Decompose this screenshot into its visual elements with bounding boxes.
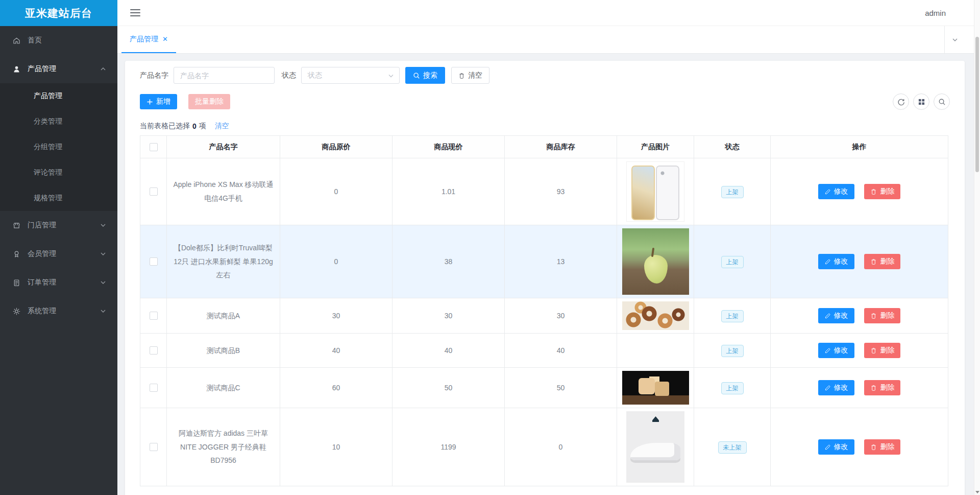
row-checkbox[interactable]: [150, 384, 158, 392]
pencil-icon: [824, 188, 831, 195]
sidebar-item-store-mgmt[interactable]: 门店管理: [0, 211, 117, 240]
row-checkbox[interactable]: [150, 443, 158, 451]
delete-button[interactable]: 删除: [864, 184, 900, 199]
grid-icon: [918, 99, 925, 105]
sidebar-subitem-spec-mgmt[interactable]: 规格管理: [0, 185, 117, 211]
row-checkbox[interactable]: [150, 187, 158, 196]
scrollbar-thumb[interactable]: [975, 37, 979, 172]
delete-button[interactable]: 删除: [864, 343, 900, 358]
tab-close-icon[interactable]: ✕: [162, 36, 168, 42]
trash-icon: [870, 312, 877, 319]
product-original-price: 0: [280, 225, 393, 298]
chevron-down-icon: [388, 73, 394, 79]
selection-clear-link[interactable]: 清空: [215, 122, 229, 131]
edit-button[interactable]: 修改: [818, 308, 854, 323]
search-icon: [938, 98, 946, 106]
sidebar-item-order-mgmt[interactable]: 订单管理: [0, 268, 117, 297]
delete-button-label: 删除: [880, 346, 894, 355]
delete-button-label: 删除: [880, 187, 894, 196]
product-image: [622, 371, 689, 405]
delete-button[interactable]: 删除: [864, 380, 900, 395]
delete-button[interactable]: 删除: [864, 308, 900, 323]
chevron-down-icon: [100, 308, 106, 314]
delete-button[interactable]: 删除: [864, 254, 900, 269]
product-name: 测试商品A: [167, 298, 280, 334]
pencil-icon: [824, 258, 831, 265]
sidebar-item-label: 系统管理: [28, 307, 56, 316]
user-menu[interactable]: admin: [925, 9, 946, 17]
hamburger-menu-icon[interactable]: [130, 9, 140, 16]
sidebar-subitem-comment-mgmt[interactable]: 评论管理: [0, 160, 117, 185]
pencil-icon: [824, 313, 831, 319]
batch-delete-button[interactable]: 批量删除: [188, 94, 230, 109]
sidebar-item-label: 首页: [28, 36, 42, 45]
product-stock: 30: [505, 298, 617, 334]
product-name: 测试商品B: [167, 334, 280, 368]
refresh-button[interactable]: [893, 93, 909, 110]
top-header: admin: [117, 0, 974, 26]
product-original-price: 30: [280, 298, 393, 334]
table-search-button[interactable]: [934, 93, 950, 110]
sidebar-item-system-mgmt[interactable]: 系统管理: [0, 297, 117, 325]
columns-button[interactable]: [913, 93, 929, 110]
tab-options-button[interactable]: [944, 26, 965, 53]
trash-icon: [870, 188, 877, 195]
submenu-label: 分类管理: [34, 117, 62, 126]
user-icon: [12, 65, 21, 74]
sidebar-subitem-product-mgmt[interactable]: 产品管理: [0, 83, 117, 109]
product-original-price: 10: [280, 408, 393, 486]
add-button[interactable]: 新增: [140, 94, 177, 109]
product-current-price: 1199: [393, 408, 505, 486]
sidebar-item-member-mgmt[interactable]: 会员管理: [0, 240, 117, 268]
row-checkbox[interactable]: [150, 346, 158, 355]
product-name-input[interactable]: [174, 67, 275, 84]
selection-prefix: 当前表格已选择: [140, 122, 190, 131]
select-all-checkbox[interactable]: [150, 143, 158, 151]
search-button-label: 搜索: [423, 71, 437, 80]
order-icon: [12, 278, 21, 287]
sidebar-subitem-group-mgmt[interactable]: 分组管理: [0, 134, 117, 160]
status-badge: 上架: [721, 256, 744, 269]
tab-product-mgmt[interactable]: 产品管理 ✕: [121, 26, 176, 53]
product-stock: 40: [505, 334, 617, 368]
member-icon: [12, 250, 21, 258]
table-row: 【Dole都乐】比利时Truval啤梨12只 进口水果新鲜梨 单果120g左右 …: [140, 225, 948, 298]
pencil-icon: [824, 444, 831, 451]
sidebar: 亚米建站后台 首页 产品管理 产品管理 分类管理: [0, 0, 117, 495]
edit-button-label: 修改: [834, 187, 848, 196]
product-current-price: 40: [393, 334, 505, 368]
edit-button-label: 修改: [834, 311, 848, 320]
delete-button[interactable]: 删除: [864, 439, 900, 455]
edit-button[interactable]: 修改: [818, 184, 854, 199]
page-scrollbar[interactable]: [974, 0, 980, 495]
status-select[interactable]: 状态: [301, 67, 400, 84]
row-checkbox[interactable]: [150, 312, 158, 320]
row-checkbox[interactable]: [150, 257, 158, 266]
clear-button[interactable]: 清空: [451, 67, 489, 84]
sidebar-item-home[interactable]: 首页: [0, 26, 117, 55]
edit-button[interactable]: 修改: [818, 380, 854, 395]
sidebar-subitem-category-mgmt[interactable]: 分类管理: [0, 109, 117, 134]
edit-button[interactable]: 修改: [818, 343, 854, 358]
delete-button-label: 删除: [880, 257, 894, 266]
search-button[interactable]: 搜索: [405, 67, 445, 84]
trash-icon: [870, 443, 877, 451]
column-header-original-price: 商品原价: [280, 136, 393, 158]
product-image: [626, 411, 684, 483]
tab-label: 产品管理: [130, 35, 158, 44]
sidebar-item-label: 订单管理: [28, 278, 56, 287]
column-header-status: 状态: [694, 136, 771, 158]
scrollbar-down-arrow[interactable]: [974, 489, 980, 495]
add-button-label: 新增: [156, 97, 170, 106]
sidebar-item-product-mgmt[interactable]: 产品管理: [0, 55, 117, 83]
app-window: 亚米建站后台 首页 产品管理 产品管理 分类管理: [0, 0, 974, 495]
product-name: 【Dole都乐】比利时Truval啤梨12只 进口水果新鲜梨 单果120g左右: [167, 225, 280, 298]
product-stock: 13: [505, 225, 617, 298]
column-header-name: 产品名字: [167, 136, 280, 158]
edit-button[interactable]: 修改: [818, 254, 854, 269]
pencil-icon: [824, 385, 831, 391]
trash-icon: [870, 258, 877, 265]
edit-button-label: 修改: [834, 383, 848, 392]
edit-button[interactable]: 修改: [818, 439, 854, 455]
status-badge: 上架: [721, 382, 744, 395]
